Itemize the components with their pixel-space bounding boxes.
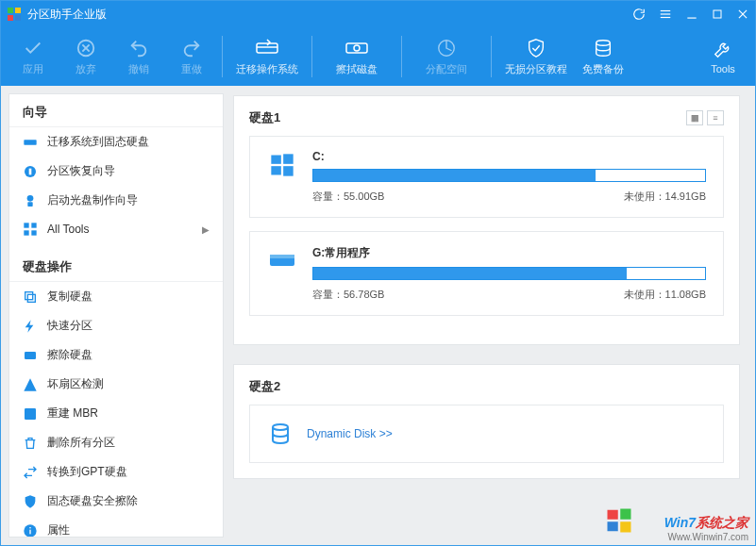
wizard-section-title: 向导 (9, 94, 223, 126)
convert-icon (23, 465, 38, 480)
svg-rect-27 (31, 230, 36, 235)
shield-icon (523, 38, 549, 58)
info-icon (23, 523, 38, 538)
sidebar-item-alltools[interactable]: All Tools▶ (9, 215, 223, 243)
view-list-button[interactable]: ≡ (707, 110, 724, 125)
sidebar: 向导 迁移系统到固态硬盘 分区恢复向导 启动光盘制作向导 All Tools▶ … (8, 93, 224, 538)
database-icon (267, 422, 294, 445)
grid-icon (23, 222, 38, 237)
svg-rect-29 (25, 291, 33, 299)
sidebar-item-copy-disk[interactable]: 复制硬盘 (9, 282, 223, 311)
titlebar: 分区助手企业版 (1, 1, 755, 27)
tools-button[interactable]: Tools (697, 30, 749, 83)
svg-rect-19 (24, 140, 36, 144)
sidebar-item-wipe-disk[interactable]: 擦除硬盘 (9, 340, 223, 370)
view-grid-button[interactable]: ▦ (686, 110, 703, 125)
backup-button[interactable]: 免费备份 (577, 30, 630, 83)
sidebar-item-migrate-ssd[interactable]: 迁移系统到固态硬盘 (9, 127, 223, 157)
mbr-icon (23, 406, 38, 422)
svg-rect-28 (27, 294, 35, 302)
discard-button[interactable]: 放弃 (59, 30, 112, 83)
svg-rect-36 (283, 154, 294, 164)
secure-erase-icon (23, 494, 38, 509)
sidebar-item-properties[interactable]: 属性 (9, 516, 223, 538)
partition-card-c[interactable]: C: 容量：55.00GB 未使用：14.91GB (249, 136, 724, 218)
svg-rect-34 (29, 527, 30, 528)
toolbar-separator (401, 36, 402, 77)
wipe-disk-button[interactable]: 擦拭磁盘 (316, 30, 397, 83)
redo-icon (178, 38, 205, 58)
svg-rect-38 (283, 166, 294, 176)
migrate-os-button[interactable]: 迁移操作系统 (227, 30, 308, 83)
toolbar-separator (311, 36, 312, 77)
svg-rect-2 (8, 15, 13, 21)
disk2-title: 硬盘2 (249, 378, 280, 395)
erase-icon (23, 348, 38, 363)
copy-icon (23, 290, 38, 305)
sidebar-item-bootdisc[interactable]: 启动光盘制作向导 (9, 186, 223, 215)
wipe-icon (344, 38, 370, 58)
dynamic-disk-label: Dynamic Disk >> (307, 427, 393, 440)
undo-button[interactable]: 撤销 (112, 30, 165, 83)
allocate-button[interactable]: 分配空间 (406, 30, 487, 83)
wrench-icon (710, 39, 736, 59)
svg-rect-8 (714, 10, 721, 18)
svg-rect-35 (271, 156, 281, 164)
svg-rect-0 (8, 8, 13, 13)
apply-button[interactable]: 应用 (7, 30, 59, 83)
redo-button[interactable]: 重做 (165, 30, 218, 83)
sidebar-item-quick-partition[interactable]: 快速分区 (9, 311, 223, 340)
ssd-icon (23, 135, 38, 150)
maximize-button[interactable] (712, 8, 723, 20)
sidebar-item-delete-all[interactable]: 删除所有分区 (9, 428, 223, 457)
chevron-right-icon: ▶ (202, 224, 210, 235)
svg-rect-1 (15, 8, 21, 13)
svg-rect-37 (271, 166, 281, 174)
partition-card-g[interactable]: G:常用程序 容量：56.78GB 未使用：11.08GB (249, 231, 724, 316)
sidebar-item-rebuild-mbr[interactable]: 重建 MBR (9, 399, 223, 428)
sidebar-item-badsector[interactable]: 坏扇区检测 (9, 370, 223, 399)
cancel-icon (73, 38, 99, 58)
backup-icon (590, 38, 616, 58)
svg-rect-26 (24, 230, 28, 235)
allocate-icon (433, 38, 460, 58)
sidebar-item-ssd-secure-erase[interactable]: 固态硬盘安全擦除 (9, 487, 223, 516)
sidebar-item-convert-gpt[interactable]: 转换到GPT硬盘 (9, 457, 223, 487)
svg-point-22 (27, 195, 34, 202)
svg-point-16 (354, 45, 360, 51)
migrate-icon (254, 38, 280, 58)
svg-rect-40 (270, 255, 294, 258)
svg-point-18 (596, 40, 611, 45)
app-logo-icon (7, 7, 22, 22)
toolbar: 应用 放弃 撤销 重做 迁移操作系统 擦拭磁盘 分配空间 无损分区教程 免费备份… (1, 27, 755, 86)
app-title: 分区助手企业版 (27, 7, 632, 23)
svg-rect-24 (24, 223, 28, 227)
check-icon (20, 38, 46, 58)
svg-rect-3 (15, 15, 21, 21)
close-button[interactable] (736, 8, 749, 21)
minimize-button[interactable] (685, 8, 698, 21)
warning-icon (23, 377, 38, 392)
svg-rect-21 (29, 168, 32, 174)
dynamic-disk-link[interactable]: Dynamic Disk >> (249, 405, 724, 463)
main-panel: 硬盘1 ▦ ≡ C: 容量：55.00GB 未 (224, 86, 755, 545)
disk1-title: 硬盘1 (249, 109, 280, 126)
bolt-icon (23, 319, 38, 334)
diskops-section-title: 硬盘操作 (9, 249, 223, 281)
svg-rect-31 (25, 408, 36, 420)
menu-icon[interactable] (659, 8, 672, 21)
lossless-button[interactable]: 无损分区教程 (496, 30, 577, 83)
toolbar-separator (491, 36, 492, 77)
usage-bar (312, 267, 706, 280)
usage-bar-fill (313, 170, 596, 181)
toolbar-separator (222, 36, 223, 77)
usage-bar-fill (313, 268, 627, 279)
usage-bar (312, 169, 706, 182)
sidebar-item-recovery[interactable]: 分区恢复向导 (9, 157, 223, 186)
windows-icon (267, 150, 297, 180)
partition-name: C: (312, 150, 706, 163)
refresh-icon[interactable] (632, 8, 646, 21)
partition-name: G:常用程序 (312, 245, 706, 261)
svg-rect-33 (29, 529, 30, 534)
svg-point-41 (273, 424, 288, 430)
